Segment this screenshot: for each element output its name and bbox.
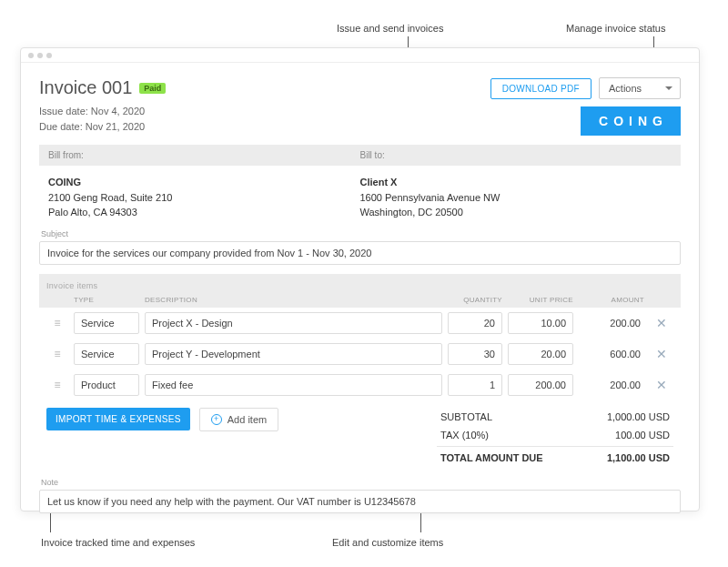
item-row: ≡ 200.00 ✕	[39, 308, 681, 339]
subject-input[interactable]	[39, 241, 681, 265]
window-titlebar	[21, 48, 699, 63]
bill-from-line2: Palo Alto, CA 94303	[48, 207, 137, 218]
item-quantity-input[interactable]	[448, 374, 502, 396]
issue-date: Issue date: Nov 4, 2020	[39, 104, 166, 119]
annotation-invoice-tracked: Invoice tracked time and expenses	[41, 537, 195, 548]
total-value: 1,100.00 USD	[607, 452, 670, 463]
annotation-issue-send: Issue and send invoices	[337, 23, 443, 34]
subtotal-value: 1,000.00 USD	[607, 411, 670, 422]
note-input[interactable]	[39, 490, 681, 513]
actions-label: Actions	[609, 83, 642, 94]
bill-to-address: Client X 1600 Pennsylvania Avenue NW Was…	[360, 175, 672, 220]
col-description: DESCRIPTION	[145, 296, 442, 304]
item-description-input[interactable]	[145, 343, 442, 365]
item-quantity-input[interactable]	[448, 343, 502, 365]
totals-block: SUBTOTAL 1,000.00 USD TAX (10%) 100.00 U…	[437, 408, 673, 467]
item-type-input[interactable]	[74, 312, 139, 334]
item-description-input[interactable]	[145, 374, 442, 396]
col-quantity: QUANTITY	[448, 296, 502, 304]
item-description-input[interactable]	[145, 312, 442, 334]
bill-from-name: COING	[48, 177, 81, 187]
drag-handle-icon[interactable]: ≡	[46, 317, 68, 329]
plus-circle-icon: +	[211, 414, 222, 425]
window-dot	[37, 53, 43, 58]
tax-label: TAX (10%)	[440, 430, 489, 440]
delete-item-icon[interactable]: ✕	[650, 378, 673, 392]
bill-from-line1: 2100 Geng Road, Suite 210	[48, 192, 172, 203]
note-label: Note	[39, 474, 681, 487]
download-pdf-button[interactable]: DOWNLOAD PDF	[490, 78, 592, 99]
item-type-input[interactable]	[74, 374, 139, 396]
col-type: TYPE	[74, 296, 139, 304]
bill-to-line1: 1600 Pennsylvania Avenue NW	[360, 192, 500, 203]
col-unit-price: UNIT PRICE	[508, 296, 573, 304]
actions-dropdown[interactable]: Actions	[599, 77, 681, 99]
brand-logo: COING	[581, 106, 681, 136]
bill-to-line2: Washington, DC 20500	[360, 207, 463, 218]
item-unit-price-input[interactable]	[508, 312, 573, 334]
window-dot	[28, 53, 34, 58]
item-unit-price-input[interactable]	[508, 343, 573, 365]
bill-from-address: COING 2100 Geng Road, Suite 210 Palo Alt…	[48, 175, 360, 220]
status-badge: Paid	[139, 83, 166, 94]
annotation-edit-items: Edit and customize items	[332, 537, 443, 548]
invoice-title: Invoice 001	[39, 77, 132, 98]
add-item-label: Add item	[228, 414, 267, 425]
subtotal-label: SUBTOTAL	[440, 411, 492, 422]
app-window: Invoice 001 Paid Issue date: Nov 4, 2020…	[20, 47, 700, 511]
item-unit-price-input[interactable]	[508, 374, 573, 396]
bill-from-label: Bill from:	[48, 150, 360, 160]
delete-item-icon[interactable]: ✕	[650, 347, 673, 361]
items-header: Invoice items TYPE DESCRIPTION QUANTITY …	[39, 274, 681, 308]
subject-label: Subject	[39, 229, 681, 238]
item-row: ≡ 200.00 ✕	[39, 370, 681, 400]
bill-to-label: Bill to:	[360, 150, 672, 160]
items-header-title: Invoice items	[46, 281, 673, 290]
drag-handle-icon[interactable]: ≡	[46, 348, 68, 360]
item-amount: 600.00	[579, 349, 644, 359]
bill-to-name: Client X	[360, 177, 398, 187]
window-dot	[46, 53, 52, 58]
item-amount: 200.00	[579, 318, 644, 329]
bill-section-header: Bill from: Bill to:	[39, 145, 681, 166]
item-row: ≡ 600.00 ✕	[39, 339, 681, 370]
col-amount: AMOUNT	[579, 296, 644, 304]
delete-item-icon[interactable]: ✕	[650, 316, 673, 330]
annotation-manage-status: Manage invoice status	[566, 23, 665, 34]
total-label: TOTAL AMOUNT DUE	[440, 452, 543, 463]
import-time-expenses-button[interactable]: IMPORT TIME & EXPENSES	[46, 408, 190, 430]
tax-value: 100.00 USD	[615, 430, 670, 440]
item-type-input[interactable]	[74, 343, 139, 365]
drag-handle-icon[interactable]: ≡	[46, 379, 68, 391]
due-date: Due date: Nov 21, 2020	[39, 119, 166, 135]
item-quantity-input[interactable]	[448, 312, 502, 334]
add-item-button[interactable]: + Add item	[199, 408, 278, 431]
chevron-down-icon	[665, 86, 672, 90]
item-amount: 200.00	[579, 380, 644, 390]
